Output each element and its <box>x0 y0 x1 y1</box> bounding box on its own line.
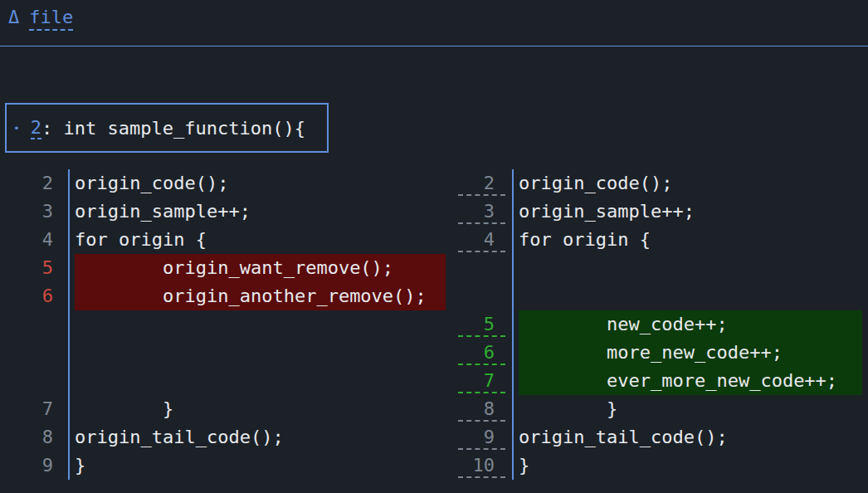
left-code-text: } <box>75 452 85 480</box>
diff-row: 6 origin_another_remove(); <box>0 282 868 310</box>
left-line-number: 7 <box>42 398 53 419</box>
left-code-cell: } <box>68 452 452 480</box>
left-code-cell <box>68 367 452 395</box>
right-code-cell: origin_sample++; <box>512 198 868 226</box>
right-code-text: } <box>519 395 617 423</box>
right-gutter: 3 <box>452 198 512 226</box>
left-gutter: 6 <box>0 282 68 310</box>
left-code-cell <box>68 339 452 367</box>
left-gutter <box>0 367 68 395</box>
left-gutter: 3 <box>0 198 68 226</box>
right-code-cell: ever_more_new_code++; <box>512 367 868 395</box>
left-code-text: } <box>75 395 173 423</box>
right-gutter: 7 <box>452 367 512 395</box>
right-gutter: 2 <box>452 169 512 198</box>
left-code-cell: origin_tail_code(); <box>68 423 452 452</box>
left-code-text: origin_another_remove(); <box>75 282 446 310</box>
right-line-number-link[interactable]: 3 <box>458 199 505 224</box>
right-gutter: 8 <box>452 395 512 423</box>
right-code-cell: for origin { <box>512 226 868 254</box>
left-code-cell: origin_another_remove(); <box>68 282 452 310</box>
right-gutter: 5 <box>452 310 512 339</box>
diff-rows: 2origin_code();2origin_code();3origin_sa… <box>0 169 868 480</box>
left-code-cell: origin_code(); <box>68 169 452 198</box>
right-gutter: 4 <box>452 226 512 254</box>
left-gutter <box>0 310 68 339</box>
left-code-cell: } <box>68 395 452 423</box>
delta-icon: Δ <box>8 7 19 27</box>
left-gutter: 2 <box>0 169 68 198</box>
right-line-number-link[interactable]: 9 <box>458 425 505 450</box>
diff-row: 6 more_new_code++; <box>0 339 868 367</box>
hunk-header: •2: int sample_function(){ <box>5 103 329 153</box>
right-code-cell: origin_code(); <box>512 169 868 198</box>
hunk-function-signature: : int sample_function(){ <box>41 118 305 139</box>
right-code-text: ever_more_new_code++; <box>519 367 862 395</box>
left-gutter: 8 <box>0 423 68 452</box>
left-line-number: 6 <box>42 286 53 306</box>
diff-row: 3origin_sample++;3origin_sample++; <box>0 198 868 226</box>
right-line-number-link[interactable]: 6 <box>458 340 505 365</box>
left-code-text: origin_sample++; <box>75 198 251 226</box>
right-code-cell <box>512 282 868 310</box>
left-code-text: origin_want_remove(); <box>75 254 446 282</box>
right-gutter <box>452 254 512 282</box>
right-line-number-link[interactable]: 8 <box>458 397 505 422</box>
right-line-number-link[interactable]: 7 <box>458 369 505 393</box>
right-gutter: 6 <box>452 339 512 367</box>
right-code-cell: } <box>512 395 868 423</box>
left-gutter: 9 <box>0 452 68 480</box>
left-line-number: 4 <box>42 229 53 250</box>
diff-row: 7 }8 } <box>0 395 868 423</box>
left-code-cell: origin_want_remove(); <box>68 254 452 282</box>
right-code-cell: } <box>512 452 868 480</box>
left-gutter <box>0 339 68 367</box>
left-gutter: 7 <box>0 395 68 423</box>
left-line-number: 3 <box>42 201 53 222</box>
left-line-number: 9 <box>42 455 53 476</box>
right-code-text: } <box>519 452 529 480</box>
left-code-text: origin_tail_code(); <box>75 423 284 452</box>
left-code-cell: for origin { <box>68 226 452 254</box>
hunk-line-number-link[interactable]: 2 <box>31 117 41 139</box>
right-line-number-link[interactable]: 5 <box>458 312 505 337</box>
left-line-number: 5 <box>42 257 53 278</box>
right-code-cell: new_code++; <box>512 310 868 339</box>
left-line-number: 8 <box>42 427 53 447</box>
diff-row: 9}10} <box>0 452 868 480</box>
diff-row: 2origin_code();2origin_code(); <box>0 169 868 198</box>
diff-row: 5 origin_want_remove(); <box>0 254 868 282</box>
diff-row: 7 ever_more_new_code++; <box>0 367 868 395</box>
left-gutter: 4 <box>0 226 68 254</box>
right-code-cell: origin_tail_code(); <box>512 423 868 452</box>
left-code-cell <box>68 310 452 339</box>
right-code-text: new_code++; <box>519 310 862 339</box>
right-code-text: origin_tail_code(); <box>519 423 728 452</box>
right-code-cell: more_new_code++; <box>512 339 868 367</box>
diff-row: 4for origin {4for origin { <box>0 226 868 254</box>
left-code-text: origin_code(); <box>75 169 228 198</box>
right-code-text: origin_sample++; <box>519 198 695 226</box>
left-gutter: 5 <box>0 254 68 282</box>
diff-row: 8origin_tail_code();9origin_tail_code(); <box>0 423 868 452</box>
right-code-cell <box>512 254 868 282</box>
right-gutter <box>452 282 512 310</box>
right-code-text: origin_code(); <box>519 169 672 198</box>
right-code-text: more_new_code++; <box>519 339 862 367</box>
left-code-cell: origin_sample++; <box>68 198 452 226</box>
right-gutter: 10 <box>452 452 512 480</box>
right-line-number-link[interactable]: 4 <box>458 227 505 252</box>
file-link[interactable]: file <box>29 7 73 31</box>
left-line-number: 2 <box>42 173 53 193</box>
file-header: Δfile <box>0 0 868 46</box>
left-code-text: for origin { <box>75 226 207 254</box>
right-gutter: 9 <box>452 423 512 452</box>
diff-row: 5 new_code++; <box>0 310 868 339</box>
right-line-number-link[interactable]: 2 <box>458 171 505 196</box>
right-line-number-link[interactable]: 10 <box>458 453 505 478</box>
delta-diff-view: Δfile •2: int sample_function(){ 2origin… <box>0 0 868 493</box>
right-code-text: for origin { <box>519 226 651 254</box>
bullet-icon: • <box>13 122 20 134</box>
